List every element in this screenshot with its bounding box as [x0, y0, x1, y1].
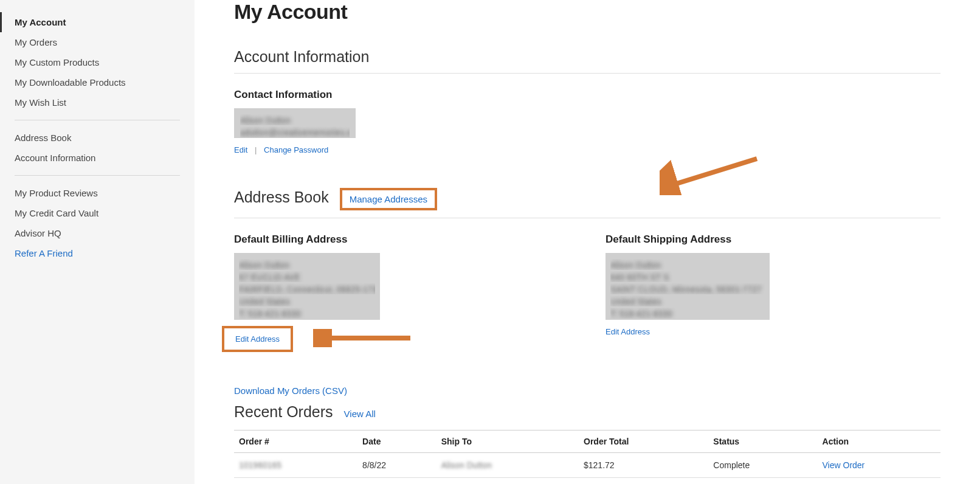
- cell-order-num: 101960165: [234, 453, 357, 478]
- address-grid: Default Billing Address Alison Dutton 67…: [234, 233, 940, 352]
- sidebar-item[interactable]: My Orders: [0, 32, 195, 52]
- col-order-total: Order Total: [579, 430, 708, 453]
- view-all-orders-link[interactable]: View All: [344, 409, 376, 419]
- table-row: 1019601658/8/22Alison Dutton$121.72Compl…: [234, 453, 940, 478]
- recent-orders-header: Recent Orders View All: [234, 403, 940, 421]
- sidebar-item[interactable]: My Downloadable Products: [0, 72, 195, 92]
- view-order-link[interactable]: View Order: [823, 460, 865, 470]
- col-date: Date: [357, 430, 437, 453]
- contact-info-redacted: Alison Dutton adutton@creativememories.c…: [234, 108, 356, 138]
- billing-address-heading: Default Billing Address: [234, 233, 569, 246]
- recent-orders-section: Download My Orders (CSV) Recent Orders V…: [234, 385, 940, 478]
- contact-actions: Edit | Change Password: [234, 145, 940, 154]
- account-info-heading: Account Information: [234, 48, 940, 74]
- sidebar-item[interactable]: Refer A Friend: [0, 243, 195, 263]
- cell-status: Complete: [708, 453, 817, 478]
- col-order-num: Order #: [234, 430, 357, 453]
- shipping-address-block: Default Shipping Address Alison Dutton 6…: [606, 233, 940, 352]
- contact-info-heading: Contact Information: [234, 89, 940, 101]
- orders-table: Order # Date Ship To Order Total Status …: [234, 430, 940, 478]
- recent-orders-heading: Recent Orders: [234, 403, 333, 421]
- sidebar-item[interactable]: Advisor HQ: [0, 223, 195, 243]
- shipping-address-redacted: Alison Dutton 640 60TH ST S SAINT CLOUD,…: [606, 253, 770, 320]
- sidebar-item[interactable]: Address Book: [0, 128, 195, 148]
- download-orders-link[interactable]: Download My Orders (CSV): [234, 385, 347, 396]
- cell-date: 8/8/22: [357, 453, 437, 478]
- edit-billing-address-link[interactable]: Edit Address: [222, 326, 293, 352]
- annotation-arrow-icon: [313, 329, 416, 347]
- sidebar-item[interactable]: My Custom Products: [0, 52, 195, 72]
- manage-addresses-link[interactable]: Manage Addresses: [340, 188, 437, 210]
- cell-ship-to: Alison Dutton: [437, 453, 579, 478]
- svg-line-0: [669, 159, 757, 186]
- sidebar-item[interactable]: Account Information: [0, 148, 195, 168]
- billing-address-block: Default Billing Address Alison Dutton 67…: [234, 233, 569, 352]
- shipping-address-heading: Default Shipping Address: [606, 233, 940, 246]
- sidebar-divider: [15, 120, 180, 120]
- edit-shipping-address-link[interactable]: Edit Address: [606, 327, 650, 336]
- sidebar-item[interactable]: My Credit Card Vault: [0, 203, 195, 223]
- address-book-section: Address Book Manage Addresses Default Bi…: [234, 188, 940, 352]
- edit-contact-link[interactable]: Edit: [234, 145, 247, 154]
- cell-action: View Order: [818, 453, 940, 478]
- billing-address-redacted: Alison Dutton 67 EUCLID AVE FAIRFIELD, C…: [234, 253, 380, 320]
- col-ship-to: Ship To: [437, 430, 579, 453]
- change-password-link[interactable]: Change Password: [264, 145, 328, 154]
- sidebar-item[interactable]: My Product Reviews: [0, 183, 195, 203]
- account-sidebar: My AccountMy OrdersMy Custom ProductsMy …: [0, 0, 195, 484]
- address-book-heading: Address Book Manage Addresses: [234, 188, 940, 218]
- cell-order-total: $121.72: [579, 453, 708, 478]
- main-content: My Account Account Information Contact I…: [195, 0, 980, 484]
- sidebar-item[interactable]: My Account: [0, 12, 195, 32]
- page-title: My Account: [234, 0, 940, 24]
- address-book-heading-text: Address Book: [234, 188, 329, 206]
- sidebar-item[interactable]: My Wish List: [0, 92, 195, 112]
- col-status: Status: [708, 430, 817, 453]
- sidebar-divider: [15, 175, 180, 176]
- separator: |: [255, 145, 257, 154]
- sidebar-nav: My AccountMy OrdersMy Custom ProductsMy …: [0, 12, 195, 263]
- account-info-section: Account Information Contact Information …: [234, 48, 940, 154]
- col-action: Action: [818, 430, 940, 453]
